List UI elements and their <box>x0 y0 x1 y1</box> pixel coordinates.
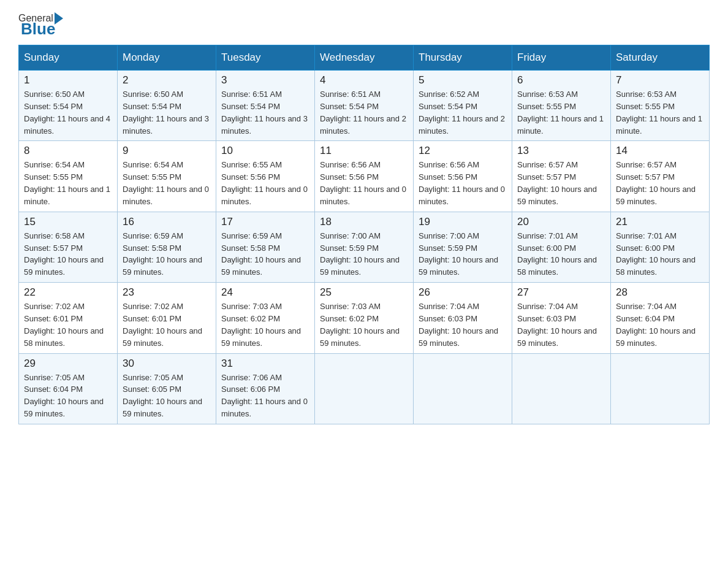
calendar-cell: 1 Sunrise: 6:50 AMSunset: 5:54 PMDayligh… <box>19 71 118 141</box>
day-number: 13 <box>517 145 605 157</box>
calendar-cell: 18 Sunrise: 7:00 AMSunset: 5:59 PMDaylig… <box>315 212 414 282</box>
day-number: 12 <box>419 145 507 157</box>
weekday-header-row: SundayMondayTuesdayWednesdayThursdayFrid… <box>19 45 710 71</box>
calendar-cell: 21 Sunrise: 7:01 AMSunset: 6:00 PMDaylig… <box>611 212 710 282</box>
calendar-cell: 4 Sunrise: 6:51 AMSunset: 5:54 PMDayligh… <box>315 71 414 141</box>
calendar-cell <box>611 353 710 424</box>
day-number: 2 <box>123 74 211 86</box>
weekday-header-saturday: Saturday <box>611 45 710 71</box>
calendar-table: SundayMondayTuesdayWednesdayThursdayFrid… <box>18 45 710 424</box>
day-info: Sunrise: 6:56 AMSunset: 5:56 PMDaylight:… <box>320 160 406 206</box>
calendar-cell: 10 Sunrise: 6:55 AMSunset: 5:56 PMDaylig… <box>216 141 315 212</box>
weekday-header-friday: Friday <box>512 45 611 71</box>
calendar-cell: 16 Sunrise: 6:59 AMSunset: 5:58 PMDaylig… <box>118 212 216 282</box>
day-number: 5 <box>419 74 507 86</box>
calendar-cell: 23 Sunrise: 7:02 AMSunset: 6:01 PMDaylig… <box>118 283 216 353</box>
calendar-cell: 29 Sunrise: 7:05 AMSunset: 6:04 PMDaylig… <box>19 353 118 424</box>
day-number: 3 <box>221 74 309 86</box>
day-info: Sunrise: 7:03 AMSunset: 6:02 PMDaylight:… <box>221 302 301 348</box>
day-info: Sunrise: 6:52 AMSunset: 5:54 PMDaylight:… <box>419 90 505 136</box>
day-info: Sunrise: 7:01 AMSunset: 6:00 PMDaylight:… <box>616 231 696 277</box>
calendar-cell <box>512 353 611 424</box>
calendar-cell: 2 Sunrise: 6:50 AMSunset: 5:54 PMDayligh… <box>118 71 216 141</box>
day-number: 31 <box>221 358 309 370</box>
weekday-header-monday: Monday <box>118 45 216 71</box>
day-info: Sunrise: 6:51 AMSunset: 5:54 PMDaylight:… <box>320 90 406 136</box>
weekday-header-sunday: Sunday <box>19 45 118 71</box>
logo-arrow-icon <box>55 12 63 25</box>
week-row-2: 8 Sunrise: 6:54 AMSunset: 5:55 PMDayligh… <box>19 141 710 212</box>
day-info: Sunrise: 6:59 AMSunset: 5:58 PMDaylight:… <box>123 231 202 277</box>
day-info: Sunrise: 7:03 AMSunset: 6:02 PMDaylight:… <box>320 302 400 348</box>
calendar-cell: 6 Sunrise: 6:53 AMSunset: 5:55 PMDayligh… <box>512 71 611 141</box>
day-number: 29 <box>24 358 112 370</box>
day-info: Sunrise: 7:05 AMSunset: 6:04 PMDaylight:… <box>24 373 104 419</box>
day-info: Sunrise: 7:04 AMSunset: 6:03 PMDaylight:… <box>419 302 498 348</box>
day-number: 21 <box>616 216 704 228</box>
day-number: 14 <box>616 145 704 157</box>
calendar-cell: 20 Sunrise: 7:01 AMSunset: 6:00 PMDaylig… <box>512 212 611 282</box>
day-number: 26 <box>419 286 507 299</box>
day-number: 19 <box>419 216 507 228</box>
day-info: Sunrise: 6:57 AMSunset: 5:57 PMDaylight:… <box>616 160 696 206</box>
day-number: 22 <box>24 286 112 299</box>
calendar-cell: 3 Sunrise: 6:51 AMSunset: 5:54 PMDayligh… <box>216 71 315 141</box>
calendar-cell: 25 Sunrise: 7:03 AMSunset: 6:02 PMDaylig… <box>315 283 414 353</box>
day-number: 28 <box>616 286 704 299</box>
calendar-cell: 17 Sunrise: 6:59 AMSunset: 5:58 PMDaylig… <box>216 212 315 282</box>
day-info: Sunrise: 6:59 AMSunset: 5:58 PMDaylight:… <box>221 231 301 277</box>
week-row-1: 1 Sunrise: 6:50 AMSunset: 5:54 PMDayligh… <box>19 71 710 141</box>
calendar-cell: 26 Sunrise: 7:04 AMSunset: 6:03 PMDaylig… <box>414 283 512 353</box>
calendar-cell: 27 Sunrise: 7:04 AMSunset: 6:03 PMDaylig… <box>512 283 611 353</box>
day-info: Sunrise: 6:58 AMSunset: 5:57 PMDaylight:… <box>24 231 104 277</box>
day-info: Sunrise: 6:50 AMSunset: 5:54 PMDaylight:… <box>123 90 209 136</box>
day-info: Sunrise: 7:02 AMSunset: 6:01 PMDaylight:… <box>24 302 104 348</box>
calendar-cell <box>414 353 512 424</box>
weekday-header-wednesday: Wednesday <box>315 45 414 71</box>
calendar-cell: 7 Sunrise: 6:53 AMSunset: 5:55 PMDayligh… <box>611 71 710 141</box>
weekday-header-thursday: Thursday <box>414 45 512 71</box>
day-info: Sunrise: 7:04 AMSunset: 6:03 PMDaylight:… <box>517 302 597 348</box>
day-number: 25 <box>320 286 408 299</box>
calendar-cell: 9 Sunrise: 6:54 AMSunset: 5:55 PMDayligh… <box>118 141 216 212</box>
day-number: 9 <box>123 145 211 157</box>
calendar-cell: 28 Sunrise: 7:04 AMSunset: 6:04 PMDaylig… <box>611 283 710 353</box>
day-number: 16 <box>123 216 211 228</box>
day-info: Sunrise: 7:02 AMSunset: 6:01 PMDaylight:… <box>123 302 202 348</box>
weekday-header-tuesday: Tuesday <box>216 45 315 71</box>
day-number: 6 <box>517 74 605 86</box>
day-info: Sunrise: 7:04 AMSunset: 6:04 PMDaylight:… <box>616 302 696 348</box>
day-info: Sunrise: 6:54 AMSunset: 5:55 PMDaylight:… <box>123 160 209 206</box>
day-info: Sunrise: 7:01 AMSunset: 6:00 PMDaylight:… <box>517 231 597 277</box>
day-number: 1 <box>24 74 112 86</box>
day-number: 18 <box>320 216 408 228</box>
day-info: Sunrise: 6:53 AMSunset: 5:55 PMDaylight:… <box>616 90 702 136</box>
day-number: 4 <box>320 74 408 86</box>
day-number: 30 <box>123 358 211 370</box>
day-number: 7 <box>616 74 704 86</box>
day-info: Sunrise: 6:57 AMSunset: 5:57 PMDaylight:… <box>517 160 597 206</box>
day-info: Sunrise: 6:56 AMSunset: 5:56 PMDaylight:… <box>419 160 505 206</box>
calendar-cell: 8 Sunrise: 6:54 AMSunset: 5:55 PMDayligh… <box>19 141 118 212</box>
calendar-cell: 13 Sunrise: 6:57 AMSunset: 5:57 PMDaylig… <box>512 141 611 212</box>
day-info: Sunrise: 7:00 AMSunset: 5:59 PMDaylight:… <box>419 231 498 277</box>
day-info: Sunrise: 7:06 AMSunset: 6:06 PMDaylight:… <box>221 373 308 419</box>
logo-blue-text: Blue <box>21 20 55 39</box>
day-info: Sunrise: 6:53 AMSunset: 5:55 PMDaylight:… <box>517 90 604 136</box>
day-number: 24 <box>221 286 309 299</box>
day-info: Sunrise: 6:54 AMSunset: 5:55 PMDaylight:… <box>24 160 110 206</box>
day-info: Sunrise: 7:05 AMSunset: 6:05 PMDaylight:… <box>123 373 202 419</box>
calendar-cell: 24 Sunrise: 7:03 AMSunset: 6:02 PMDaylig… <box>216 283 315 353</box>
day-info: Sunrise: 7:00 AMSunset: 5:59 PMDaylight:… <box>320 231 400 277</box>
calendar-cell: 19 Sunrise: 7:00 AMSunset: 5:59 PMDaylig… <box>414 212 512 282</box>
calendar-cell: 15 Sunrise: 6:58 AMSunset: 5:57 PMDaylig… <box>19 212 118 282</box>
calendar-cell <box>315 353 414 424</box>
day-number: 15 <box>24 216 112 228</box>
day-number: 8 <box>24 145 112 157</box>
day-number: 10 <box>221 145 309 157</box>
day-number: 20 <box>517 216 605 228</box>
week-row-5: 29 Sunrise: 7:05 AMSunset: 6:04 PMDaylig… <box>19 353 710 424</box>
day-info: Sunrise: 6:50 AMSunset: 5:54 PMDaylight:… <box>24 90 110 136</box>
page-header: General Blue <box>18 12 710 39</box>
day-number: 17 <box>221 216 309 228</box>
